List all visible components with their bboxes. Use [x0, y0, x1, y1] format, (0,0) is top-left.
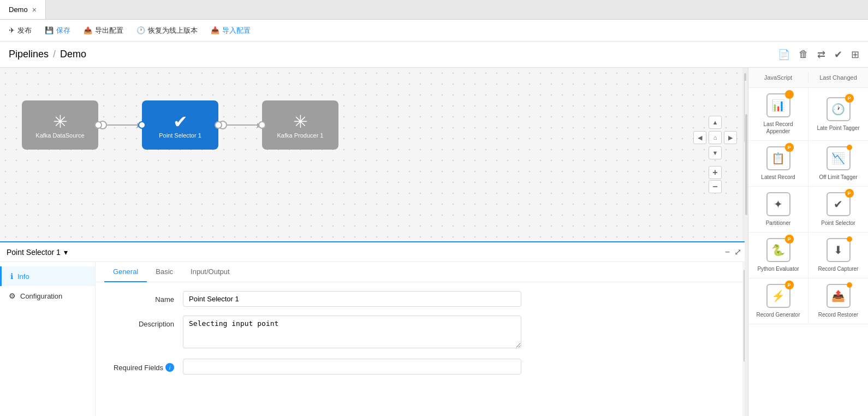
tab-close-button[interactable]: × [32, 5, 37, 14]
required-fields-control [183, 359, 521, 375]
zoom-in-button[interactable]: + [709, 166, 722, 179]
node-kafka-producer[interactable]: ✳ Kafka Producer 1 [262, 100, 338, 150]
toolbar: ✈ 发布 💾 保存 📤 导出配置 🕐 恢复为线上版本 📥 导入配置 [0, 20, 868, 41]
node-kafka-producer-input-port [258, 121, 266, 129]
python-evaluator-badge: P [785, 235, 794, 243]
sidebar-item-python-evaluator[interactable]: 🐍 P Python Evaluator [748, 233, 808, 278]
node-point-selector-label: Point Selector 1 [159, 132, 201, 139]
node-kafka-producer-label: Kafka Producer 1 [277, 132, 324, 139]
record-restorer-icon: 📤 [827, 284, 851, 308]
arrow-line-1 [107, 124, 137, 126]
canvas-area: ✳ Kafka DataSource ▶ ✔ Point Selector 1 [0, 68, 748, 416]
latest-record-badge: P [785, 143, 794, 152]
sidebar-scroll: 📊 Last Record Appender 🕐 P Late Point Ta… [748, 88, 868, 416]
record-generator-label: Record Generator [756, 311, 800, 318]
export-button[interactable]: 📤 导出配置 [84, 26, 123, 35]
description-field-row: Description Selecting input point [109, 316, 729, 350]
nav-right-button[interactable]: ▶ [724, 131, 737, 144]
breadcrumb-current: Demo [60, 49, 86, 60]
arrow-line-2 [227, 124, 257, 126]
sidebar-row-4: 🐍 P Python Evaluator ⬇ Record Capturer [748, 233, 868, 278]
nav-left-button[interactable]: ◀ [693, 131, 706, 144]
nav-up-button[interactable]: ▲ [709, 116, 722, 129]
description-textarea[interactable]: Selecting input point [183, 316, 521, 348]
publish-icon: ✈ [9, 26, 15, 34]
nav-diamond: ▲ ◀ ⌂ ▶ ▼ [693, 116, 737, 159]
info-icon: ℹ [10, 272, 13, 281]
header-actions: 📄 🗑 ⇄ ✔ ⊞ [778, 49, 859, 61]
side-nav: ℹ Info ⚙ Configuration [0, 262, 96, 416]
sidebar-col-javascript-label: JavaScript [764, 74, 792, 81]
bottom-panel: Point Selector 1 ▾ − ⤢ ℹ Info ⚙ [0, 241, 748, 416]
last-record-appender-icon: 📊 [766, 93, 790, 117]
sidebar-item-record-capturer[interactable]: ⬇ Record Capturer [808, 233, 868, 278]
restore-button[interactable]: 🕐 恢复为线上版本 [136, 26, 198, 35]
save-icon: 💾 [45, 26, 53, 34]
restore-icon: 🕐 [136, 26, 145, 34]
panel-title[interactable]: Point Selector 1 ▾ [7, 248, 68, 257]
save-button[interactable]: 💾 保存 [45, 26, 70, 35]
sidebar-col-javascript: JavaScript [748, 72, 808, 83]
tab-bar: Demo × [0, 0, 868, 20]
sidebar-row-3: ✦ Partitioner ✔ P Point Selector [748, 187, 868, 233]
late-point-tagger-icon: 🕐 P [827, 97, 851, 121]
node-point-selector[interactable]: ✔ Point Selector 1 [142, 100, 218, 150]
sidebar-row-2: 📋 P Latest Record 📉 Off Limit Tagger [748, 141, 868, 187]
sidebar-row-1: 📊 Last Record Appender 🕐 P Late Point Ta… [748, 88, 868, 141]
sidebar-item-off-limit-tagger[interactable]: 📉 Off Limit Tagger [808, 141, 868, 186]
last-record-appender-label: Last Record Appender [752, 121, 805, 135]
check-icon[interactable]: ✔ [834, 49, 842, 61]
side-nav-configuration[interactable]: ⚙ Configuration [0, 286, 95, 306]
breadcrumb-root[interactable]: Pipelines [9, 49, 49, 60]
zoom-controls: + − [709, 166, 722, 193]
name-input[interactable] [183, 291, 521, 307]
side-nav-info[interactable]: ℹ Info [0, 266, 95, 286]
grid-icon[interactable]: ⊞ [851, 49, 859, 61]
record-generator-icon: ⚡ P [766, 284, 790, 308]
off-limit-tagger-icon: 📉 [827, 146, 851, 170]
latest-record-label: Latest Record [761, 174, 795, 181]
panel-minimize-button[interactable]: − [725, 247, 730, 257]
sidebar-item-record-restorer[interactable]: 📤 Record Restorer [808, 278, 868, 324]
document-icon[interactable]: 📄 [778, 49, 790, 61]
description-control: Selecting input point [183, 316, 521, 350]
import-button[interactable]: 📥 导入配置 [211, 26, 251, 35]
sidebar-item-record-generator[interactable]: ⚡ P Record Generator [748, 278, 808, 324]
pipeline-canvas[interactable]: ✳ Kafka DataSource ▶ ✔ Point Selector 1 [0, 68, 748, 241]
description-label: Description [109, 316, 174, 328]
nav-down-button[interactable]: ▼ [709, 146, 722, 159]
point-selector-badge: P [845, 189, 854, 198]
point-selector-label: Point Selector [821, 219, 855, 227]
late-point-tagger-badge: P [845, 94, 854, 103]
node-kafka-datasource[interactable]: ✳ Kafka DataSource [22, 100, 98, 150]
sidebar-item-partitioner[interactable]: ✦ Partitioner [748, 187, 808, 232]
import-icon: 📥 [211, 26, 219, 34]
nav-home-button[interactable]: ⌂ [709, 131, 722, 144]
shuffle-icon[interactable]: ⇄ [817, 49, 825, 61]
publish-label: 发布 [17, 26, 32, 35]
connector-2: ▶ [218, 121, 262, 129]
panel-header: Point Selector 1 ▾ − ⤢ [0, 242, 748, 262]
partitioner-icon: ✦ [766, 192, 790, 216]
node-point-selector-icon: ✔ [173, 111, 188, 132]
sidebar-item-point-selector[interactable]: ✔ P Point Selector [808, 187, 868, 232]
tab-demo[interactable]: Demo × [0, 0, 46, 19]
zoom-out-button[interactable]: − [709, 180, 722, 193]
delete-icon[interactable]: 🗑 [799, 49, 808, 60]
tab-input-output[interactable]: Input/Output [182, 262, 239, 282]
node-kafka-datasource-label: Kafka DataSource [35, 132, 84, 139]
tab-label: Demo [9, 5, 28, 14]
sidebar-item-latest-record[interactable]: 📋 P Latest Record [748, 141, 808, 186]
sidebar-item-last-record-appender[interactable]: 📊 Last Record Appender [748, 88, 808, 140]
publish-button[interactable]: ✈ 发布 [9, 26, 32, 35]
required-fields-info-icon[interactable]: i [165, 363, 174, 372]
export-label: 导出配置 [95, 26, 123, 35]
required-fields-input[interactable] [183, 359, 521, 375]
tab-basic[interactable]: Basic [147, 262, 182, 282]
sidebar-item-late-point-tagger[interactable]: 🕐 P Late Point Tagger [808, 88, 868, 140]
latest-record-icon: 📋 P [766, 146, 790, 170]
panel-expand-button[interactable]: ⤢ [734, 247, 741, 257]
tab-general[interactable]: General [104, 262, 147, 282]
restore-label: 恢复为线上版本 [148, 26, 198, 35]
pipeline-nodes: ✳ Kafka DataSource ▶ ✔ Point Selector 1 [22, 100, 338, 150]
